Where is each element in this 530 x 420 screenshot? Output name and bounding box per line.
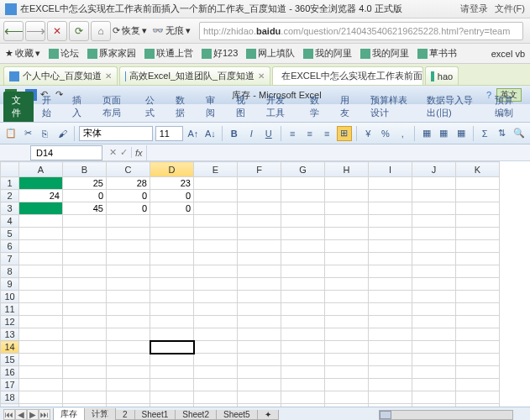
cell[interactable] (238, 291, 281, 303)
sheet-nav-next-icon[interactable]: ▶ (27, 409, 39, 420)
align-left-icon[interactable]: ≡ (286, 126, 301, 141)
cell[interactable] (325, 328, 369, 341)
merge-icon[interactable]: ⊞ (337, 126, 352, 141)
cell[interactable] (238, 190, 281, 202)
cell[interactable] (19, 177, 63, 190)
cell[interactable] (194, 366, 238, 379)
cell[interactable] (19, 341, 63, 354)
ribbon-tab[interactable]: 视图 (228, 92, 258, 122)
cell[interactable] (194, 404, 238, 407)
row-header[interactable]: 12 (1, 316, 19, 328)
cell[interactable] (107, 265, 150, 278)
sheet-nav-prev-icon[interactable]: ◀ (15, 409, 27, 420)
cell[interactable] (150, 215, 194, 228)
horizontal-scrollbar[interactable] (379, 410, 513, 420)
cell[interactable] (194, 278, 238, 291)
row-header[interactable]: 10 (1, 291, 19, 303)
copy-icon[interactable]: ⎘ (38, 126, 53, 141)
cell[interactable] (369, 215, 412, 228)
ribbon-tab[interactable]: 数据 (167, 92, 197, 122)
cell[interactable] (63, 291, 107, 303)
row-header[interactable]: 17 (1, 379, 19, 391)
cell[interactable] (412, 328, 456, 341)
cell[interactable] (19, 391, 63, 404)
cell[interactable] (369, 202, 412, 215)
cell[interactable] (325, 190, 369, 202)
cell[interactable] (456, 278, 500, 291)
cell[interactable] (107, 366, 150, 379)
cell[interactable] (281, 354, 325, 366)
cell[interactable] (63, 240, 107, 253)
cell[interactable] (194, 265, 238, 278)
ribbon-tab[interactable]: 开发工具 (258, 92, 302, 122)
sheet-nav-first-icon[interactable]: ⏮ (3, 409, 15, 420)
col-header[interactable]: B (63, 162, 107, 177)
cell[interactable] (63, 328, 107, 341)
cell[interactable] (456, 291, 500, 303)
cell[interactable] (63, 228, 107, 240)
cell[interactable] (281, 177, 325, 190)
ribbon-tab[interactable]: 审阅 (197, 92, 228, 122)
row-header[interactable]: 7 (1, 253, 19, 265)
cell[interactable] (150, 404, 194, 407)
cell[interactable] (281, 391, 325, 404)
cell[interactable] (325, 215, 369, 228)
cell[interactable] (150, 379, 194, 391)
cell[interactable] (150, 278, 194, 291)
ribbon-tab-file[interactable]: 文件 (3, 92, 34, 122)
cell[interactable] (150, 240, 194, 253)
cell[interactable] (238, 228, 281, 240)
cell[interactable] (63, 404, 107, 407)
cell[interactable] (63, 379, 107, 391)
cell[interactable] (63, 303, 107, 316)
spreadsheet-grid[interactable]: A B C D E F G H I J K 1252823 224000 345… (0, 161, 530, 407)
cell[interactable] (412, 354, 456, 366)
col-header[interactable]: A (19, 162, 63, 177)
ribbon-tab[interactable]: 预算编制 (486, 92, 530, 122)
home-button[interactable]: ⌂ (91, 21, 111, 41)
bookmark-item[interactable]: 豚家家园 (87, 47, 136, 60)
cell[interactable] (369, 253, 412, 265)
bookmark-item[interactable]: 好123 (202, 47, 238, 60)
cell[interactable] (281, 228, 325, 240)
cell[interactable]: 24 (19, 190, 63, 202)
cell[interactable] (456, 316, 500, 328)
cell[interactable] (325, 291, 369, 303)
browser-tab[interactable]: 个人中心_百度知道✕ (3, 66, 118, 85)
file-menu[interactable]: 文件(F) (495, 3, 525, 15)
cell[interactable] (281, 328, 325, 341)
cell[interactable] (19, 253, 63, 265)
cell[interactable] (194, 291, 238, 303)
sheet-tab[interactable]: 2 (115, 410, 135, 420)
cell[interactable] (325, 278, 369, 291)
cell[interactable]: 23 (150, 177, 194, 190)
cell[interactable] (325, 303, 369, 316)
align-center-icon[interactable]: ≡ (302, 126, 317, 141)
cell[interactable] (281, 215, 325, 228)
cell[interactable] (325, 354, 369, 366)
browser-tab-active[interactable]: 在EXCEL中怎么实现在工作表前面插...✕ (272, 66, 423, 85)
col-header[interactable]: J (412, 162, 456, 177)
cell[interactable] (456, 202, 500, 215)
cell[interactable] (238, 391, 281, 404)
cell[interactable] (412, 253, 456, 265)
cell[interactable] (369, 379, 412, 391)
cell[interactable]: 0 (150, 190, 194, 202)
cell[interactable] (150, 228, 194, 240)
cell[interactable]: 0 (150, 202, 194, 215)
cell[interactable] (281, 265, 325, 278)
row-header[interactable]: 1 (1, 177, 19, 190)
cell[interactable] (194, 354, 238, 366)
cell[interactable] (150, 291, 194, 303)
cell[interactable] (107, 228, 150, 240)
incognito-button[interactable]: 👓无痕▾ (152, 24, 191, 37)
cell[interactable] (19, 354, 63, 366)
font-size-select[interactable]: 11 (155, 126, 183, 141)
bold-button[interactable]: B (227, 126, 242, 141)
cell[interactable] (238, 215, 281, 228)
close-icon[interactable]: ✕ (105, 71, 112, 81)
font-name-select[interactable]: 宋体 (79, 126, 153, 141)
cell[interactable] (63, 354, 107, 366)
cell[interactable] (19, 404, 63, 407)
cell[interactable] (281, 341, 325, 354)
